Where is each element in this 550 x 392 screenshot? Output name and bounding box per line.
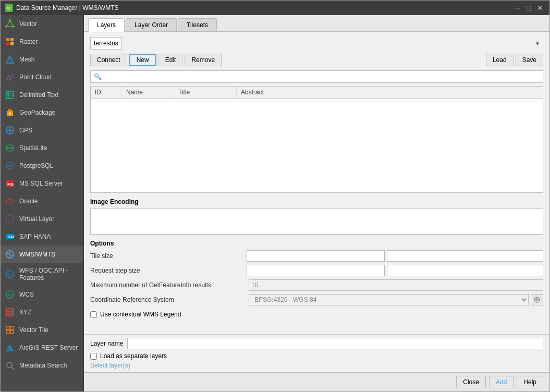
sidebar-item-vector[interactable]: Vector bbox=[1, 15, 83, 33]
svg-point-13 bbox=[7, 78, 8, 80]
minimize-button[interactable]: ─ bbox=[512, 3, 522, 13]
sidebar-item-vector-tile[interactable]: Vector Tile bbox=[1, 321, 83, 339]
sidebar-item-sap-hana[interactable]: SAP SAP HANA bbox=[1, 228, 83, 246]
wms-legend-label: Use contextual WMS Legend bbox=[100, 311, 181, 318]
sidebar-item-postgresql[interactable]: PostgreSQL bbox=[1, 157, 83, 175]
svg-point-15 bbox=[10, 77, 12, 79]
right-panel: Layers Layer Order Tilesets terrestris ▼… bbox=[84, 15, 549, 391]
search-icon: 🔍 bbox=[94, 73, 102, 80]
add-button[interactable]: Add bbox=[489, 376, 514, 388]
bottom-section: Layer name Load as separate layers Selec… bbox=[84, 334, 549, 372]
spatialite-icon bbox=[5, 143, 15, 153]
connect-button[interactable]: Connect bbox=[90, 54, 127, 66]
tab-layer-order[interactable]: Layer Order bbox=[126, 18, 177, 31]
sidebar-item-metadata-search[interactable]: Metadata Search bbox=[1, 357, 83, 374]
wms-legend-row: Use contextual WMS Legend bbox=[90, 311, 543, 318]
load-button[interactable]: Load bbox=[486, 54, 514, 66]
max-feature-info-input[interactable] bbox=[249, 279, 543, 291]
sidebar-label-delimited-text: Delimited Text bbox=[19, 91, 58, 99]
sidebar-item-wmswmts[interactable]: WMS/WMTS bbox=[1, 246, 83, 263]
table-body[interactable] bbox=[91, 99, 543, 192]
sidebar: Vector Raster Mesh Point C bbox=[1, 15, 84, 391]
crs-dropdown[interactable]: EPSG:4326 - WGS 84 bbox=[249, 294, 529, 305]
point-cloud-icon bbox=[5, 72, 15, 82]
svg-rect-7 bbox=[10, 38, 14, 41]
options-grid: Tile size Request step size Maximum numb… bbox=[90, 250, 543, 318]
sidebar-label-mssqlserver: MS SQL Server bbox=[19, 180, 63, 187]
sidebar-label-wmswmts: WMS/WMTS bbox=[19, 251, 55, 258]
search-row: 🔍 bbox=[90, 70, 543, 83]
tab-tilesets[interactable]: Tilesets bbox=[178, 18, 217, 31]
request-step-size-row: Request step size bbox=[90, 265, 543, 276]
main-window: Q Data Source Manager | WMS/WMTS ─ □ ✕ V… bbox=[0, 0, 550, 392]
sidebar-item-point-cloud[interactable]: Point Cloud bbox=[1, 68, 83, 86]
panel-content: terrestris ▼ Connect New Edit Remove Loa… bbox=[84, 32, 549, 334]
connection-dropdown-wrapper: terrestris ▼ bbox=[90, 37, 543, 50]
load-separate-row: Load as separate layers bbox=[90, 352, 543, 360]
sidebar-item-virtual-layer[interactable]: Virtual Layer bbox=[1, 210, 83, 228]
crs-label: Coordinate Reference System bbox=[90, 296, 247, 303]
sidebar-label-metadata-search: Metadata Search bbox=[19, 362, 67, 369]
sidebar-item-xyz[interactable]: XYZ bbox=[1, 303, 83, 321]
layer-name-input[interactable] bbox=[127, 338, 543, 349]
svg-point-5 bbox=[5, 26, 7, 28]
geopackage-icon bbox=[5, 107, 15, 118]
search-input[interactable] bbox=[104, 73, 540, 80]
svg-text:MS: MS bbox=[7, 182, 14, 187]
sidebar-item-mesh[interactable]: Mesh bbox=[1, 51, 83, 68]
crs-row: Coordinate Reference System EPSG:4326 - … bbox=[90, 294, 543, 305]
col-abstract: Abstract bbox=[237, 87, 543, 98]
tile-size-input2[interactable] bbox=[387, 250, 543, 262]
sidebar-item-arcgis-rest[interactable]: Arc ArcGIS REST Server bbox=[1, 339, 83, 357]
sidebar-item-wfs[interactable]: WFS WFS / OGC API - Features bbox=[1, 263, 83, 286]
max-feature-info-label: Maximum number of GetFeatureInfo results bbox=[90, 281, 247, 289]
sidebar-item-geopackage[interactable]: GeoPackage bbox=[1, 104, 83, 121]
svg-point-29 bbox=[6, 145, 14, 148]
request-step-size-input1[interactable] bbox=[247, 265, 385, 276]
new-button[interactable]: New bbox=[129, 54, 156, 66]
sidebar-label-mesh: Mesh bbox=[19, 56, 34, 63]
sidebar-label-raster: Raster bbox=[19, 38, 38, 45]
tile-size-input1[interactable] bbox=[247, 250, 385, 262]
col-title: Title bbox=[174, 87, 237, 98]
sidebar-label-oracle: Oracle bbox=[19, 198, 38, 205]
tile-size-label: Tile size bbox=[90, 252, 247, 260]
sidebar-label-xyz: XYZ bbox=[19, 309, 31, 316]
image-encoding-area bbox=[90, 209, 543, 235]
arcgis-rest-icon: Arc bbox=[5, 342, 15, 353]
close-button-footer[interactable]: Close bbox=[456, 376, 486, 388]
xyz-icon bbox=[5, 307, 15, 317]
remove-button[interactable]: Remove bbox=[185, 54, 222, 66]
sidebar-item-delimited-text[interactable]: Delimited Text bbox=[1, 86, 83, 104]
svg-rect-35 bbox=[7, 216, 13, 222]
maximize-button[interactable]: □ bbox=[523, 3, 534, 13]
raster-icon bbox=[5, 36, 15, 47]
sidebar-item-mssqlserver[interactable]: MS MS SQL Server bbox=[1, 175, 83, 192]
svg-line-55 bbox=[11, 367, 14, 369]
save-button[interactable]: Save bbox=[516, 54, 543, 66]
svg-rect-23 bbox=[8, 109, 12, 112]
sidebar-item-oracle[interactable]: Oracle bbox=[1, 192, 83, 210]
layers-table: ID Name Title Abstract bbox=[90, 86, 543, 193]
connection-dropdown[interactable]: terrestris bbox=[90, 37, 122, 50]
svg-rect-6 bbox=[6, 38, 9, 41]
sidebar-label-arcgis-rest: ArcGIS REST Server bbox=[19, 344, 78, 351]
sidebar-item-wcs[interactable]: WCS WCS bbox=[1, 286, 83, 303]
close-button[interactable]: ✕ bbox=[535, 3, 545, 13]
sidebar-item-raster[interactable]: Raster bbox=[1, 33, 83, 51]
options-header: Options bbox=[90, 240, 543, 247]
sidebar-item-gps[interactable]: GPS bbox=[1, 121, 83, 139]
svg-point-24 bbox=[9, 113, 11, 115]
crs-select-button[interactable] bbox=[531, 294, 543, 305]
image-encoding-header: Image Encoding bbox=[90, 198, 543, 205]
metadata-search-icon bbox=[5, 360, 15, 371]
vector-tile-icon bbox=[5, 325, 15, 335]
wms-legend-checkbox[interactable] bbox=[90, 311, 97, 318]
sidebar-item-spatialite[interactable]: SpatiaLite bbox=[1, 139, 83, 157]
select-layers-link[interactable]: Select layer(s) bbox=[90, 362, 130, 369]
tab-layers[interactable]: Layers bbox=[88, 18, 125, 32]
load-separate-checkbox[interactable] bbox=[90, 353, 97, 360]
help-button[interactable]: Help bbox=[517, 376, 543, 388]
request-step-size-input2[interactable] bbox=[387, 265, 543, 276]
edit-button[interactable]: Edit bbox=[158, 54, 183, 66]
